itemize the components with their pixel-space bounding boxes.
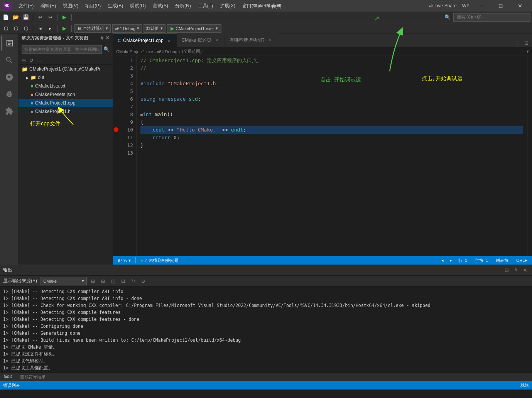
tab-whats-new[interactable]: 有哪些新增功能? ✕	[225, 34, 278, 47]
sidebar-refresh-btn[interactable]: ↺	[28, 57, 35, 64]
tab-new-close[interactable]: ✕	[267, 37, 273, 44]
breadcrumb-scope: (全局范围)	[182, 49, 202, 54]
open-file-button[interactable]: 📂	[12, 13, 20, 22]
output-pin-btn[interactable]: #	[512, 266, 520, 274]
tree-project-label: CMakeProject1 (C:\temp\CMakePr	[29, 66, 101, 72]
new-file-button[interactable]: 📄	[2, 13, 10, 22]
arch-dropdown[interactable]: x64 Debug ▾	[112, 24, 142, 33]
title-bar-left: 文件(F) 编辑(E) 视图(V) 项目(P) 生成(B) 调试(D) 测试(S…	[3, 2, 285, 10]
tree-project-root[interactable]: 📁 CMakeProject1 (C:\temp\CMakePr	[19, 65, 113, 73]
tb2-back-button[interactable]: ◂	[36, 24, 44, 33]
config-dropdown[interactable]: 默认值 ▾	[144, 24, 166, 33]
cmake-tab-label: CMake 概述页	[182, 37, 211, 44]
menu-tools[interactable]: 工具(T)	[195, 2, 216, 10]
tab-cpp-label: CMakeProject1.cpp	[123, 38, 164, 43]
close-button[interactable]: ✕	[511, 0, 529, 12]
output-bottom-tabs: 输出 查找符号结果	[0, 373, 532, 381]
tb2-btn-2[interactable]: ⬡	[12, 24, 20, 33]
output-tb-6[interactable]: ⊙	[139, 277, 147, 285]
tb2-btn-1[interactable]: ⬡	[2, 24, 10, 33]
tb2-forward-button[interactable]: ▸	[46, 24, 54, 33]
tree-item-cpp-label: CMakeProject1.cpp	[35, 100, 76, 106]
tb2-play-button[interactable]: ▶	[60, 24, 69, 33]
menu-edit[interactable]: 编辑(E)	[37, 2, 59, 10]
tb2-btn-3[interactable]: ⬡	[22, 24, 30, 33]
sidebar-search-icon[interactable]: 🔍	[103, 46, 110, 52]
tab-cmake-close[interactable]: ✕	[214, 37, 220, 44]
debug-activity-btn[interactable]	[2, 86, 17, 102]
output-tb-4[interactable]: ⊡	[119, 277, 127, 285]
menu-project[interactable]: 项目(P)	[82, 2, 104, 10]
user-avatar[interactable]: WY	[462, 3, 470, 8]
char-status[interactable]: 字符: 1	[473, 256, 490, 265]
output-tb-3[interactable]: ◫	[109, 277, 117, 285]
breakpoint-dot[interactable]	[114, 127, 118, 132]
sidebar-search-input[interactable]	[22, 45, 102, 54]
output-move-btn[interactable]: ⊡	[503, 266, 510, 274]
output-tb-5[interactable]: ↻	[129, 277, 137, 285]
encoding-status[interactable]: CRLF	[515, 256, 529, 265]
sidebar-pin-btn[interactable]: #	[101, 35, 104, 41]
maximize-button[interactable]: □	[492, 0, 510, 12]
explorer-activity-btn[interactable]	[2, 35, 17, 51]
find-symbol-tab[interactable]: 查找符号结果	[16, 373, 49, 381]
output-tb-2[interactable]: ⊞	[99, 277, 107, 285]
title-bar: 文件(F) 编辑(E) 视图(V) 项目(P) 生成(B) 调试(D) 测试(S…	[0, 0, 532, 12]
tab-size-status[interactable]: 制表符	[494, 256, 510, 265]
code-line-7	[140, 103, 523, 111]
search-field[interactable]: 搜索 (Ctrl+Q)	[453, 13, 530, 22]
tree-item-cmakepresets[interactable]: ■ CMakePresets.json	[19, 90, 113, 99]
zoom-status[interactable]: 97 % ▾	[116, 256, 132, 265]
menu-extensions[interactable]: 扩展(X)	[217, 2, 238, 10]
output-tab[interactable]: 输出	[0, 373, 16, 381]
sidebar-title: 解决方案资源管理器 - 文件夹视图	[22, 35, 88, 41]
redo-button[interactable]: ↪	[46, 13, 54, 22]
output-close-btn[interactable]: ✕	[521, 266, 529, 274]
line-status[interactable]: 行: 1	[457, 256, 469, 265]
code-line-3	[140, 72, 523, 80]
vertical-scrollbar[interactable]	[527, 56, 532, 256]
tab-cmake-overview[interactable]: CMake 概述页 ✕	[177, 34, 225, 47]
menu-test[interactable]: 测试(S)	[150, 2, 171, 10]
menu-file[interactable]: 文件(F)	[15, 2, 37, 10]
output-content[interactable]: 1> [CMake] -- Detecting CXX compiler ABI…	[0, 287, 532, 373]
extensions-activity-btn[interactable]	[2, 103, 17, 119]
tree-item-out[interactable]: ▸ 📁 out	[19, 73, 113, 82]
start-debug-button[interactable]: ▶	[60, 13, 69, 22]
tree-item-cpp[interactable]: ■ CMakeProject1.cpp	[19, 99, 113, 107]
git-activity-btn[interactable]	[2, 69, 17, 85]
live-share-label: Live Share	[434, 3, 456, 8]
breadcrumb-dropdown-arrow[interactable]: ▾	[527, 49, 529, 54]
folder-icon: ▸	[26, 75, 29, 81]
tab-more-btn[interactable]: ⋮	[513, 39, 521, 47]
tree-item-h[interactable]: ■ CMakeProject1.h	[19, 107, 113, 116]
save-button[interactable]: 💾	[22, 13, 30, 22]
output-tb-1[interactable]: ⊟	[89, 277, 97, 285]
tree-item-cmakelists[interactable]: ■ CMakeLists.txt	[19, 82, 113, 90]
search-button[interactable]: 🔍	[443, 13, 452, 22]
menu-debug[interactable]: 调试(D)	[127, 2, 149, 10]
bottom-bar: 错误列表 就绪	[0, 381, 532, 390]
menu-view[interactable]: 视图(V)	[60, 2, 81, 10]
tab-split-btn[interactable]: ⊡	[522, 39, 530, 47]
undo-button[interactable]: ↩	[36, 13, 44, 22]
nav-arrow-right[interactable]: ▸	[448, 256, 454, 265]
computer-dropdown[interactable]: 🖥 本地计算机 ▾	[74, 24, 111, 33]
sidebar-more-btn[interactable]: …	[35, 57, 42, 64]
sidebar-close-btn[interactable]: ✕	[105, 35, 110, 41]
live-share-button[interactable]: ⇄ Live Share	[427, 2, 459, 9]
run-button[interactable]: ▶ CMakeProject1.exe ▾	[167, 24, 221, 33]
nav-arrow-left[interactable]: ◂	[440, 256, 445, 265]
whats-new-tab-label: 有哪些新增功能?	[230, 37, 265, 44]
tab-cmake-cpp[interactable]: C CMakeProject1.cpp ✕	[113, 34, 177, 47]
output-source-dropdown[interactable]: CMake ▾	[41, 277, 87, 285]
no-issues-status[interactable]: ● ✓ 未找到相关问题	[139, 256, 180, 265]
code-content[interactable]: // CMakeProject1.cpp: 定义应用程序的入口点。 // #in…	[137, 56, 523, 256]
menu-analyze[interactable]: 分析(N)	[172, 2, 194, 10]
minimize-button[interactable]: ─	[473, 0, 490, 12]
search-activity-btn[interactable]	[2, 52, 17, 68]
menu-build[interactable]: 生成(B)	[105, 2, 126, 10]
sidebar-collapse-btn[interactable]: ⊟	[20, 57, 27, 64]
tab-cpp-close[interactable]: ✕	[166, 37, 172, 44]
arch-dropdown-label: x64 Debug	[115, 26, 135, 31]
